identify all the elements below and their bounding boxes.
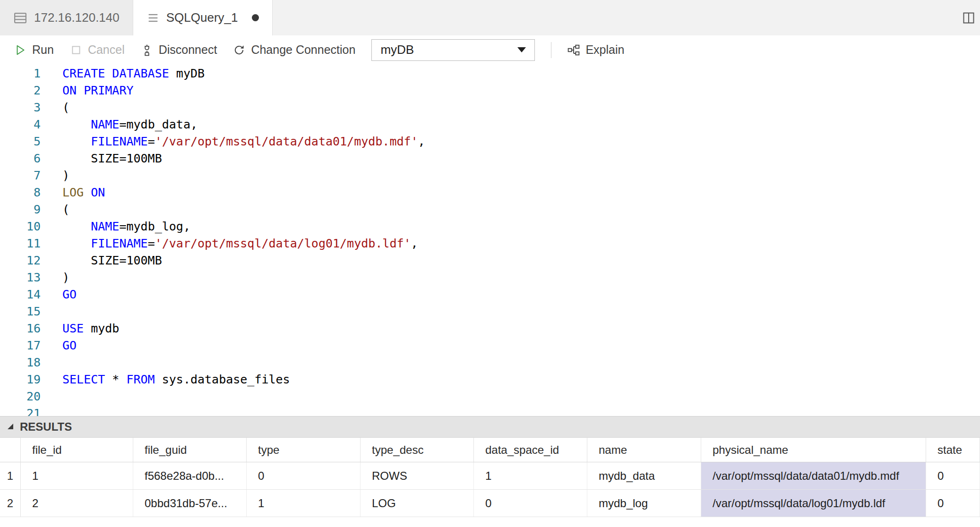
explain-button[interactable]: Explain [567,43,624,57]
code-text: CREATE DATABASE myDB [62,65,205,82]
cell-physical_name[interactable]: /var/opt/mssql/data/log01/mydb.ldf [701,490,926,517]
run-button[interactable]: Run [14,43,54,57]
run-label: Run [32,43,54,57]
code-line[interactable]: 8LOG ON [0,184,980,201]
line-number: 1 [0,65,41,82]
change-connection-button[interactable]: Change Connection [233,43,355,57]
code-text: ON PRIMARY [62,82,134,99]
result-row[interactable]: 11f568e28a-d0b...0ROWS1mydb_data/var/opt… [0,462,980,490]
cell-state[interactable]: 0 [926,490,980,517]
cancel-button: Cancel [70,43,125,57]
cell-data_space_id[interactable]: 0 [474,490,587,517]
results-panel-header[interactable]: RESULTS [0,416,980,437]
sql-editor[interactable]: 1CREATE DATABASE myDB2ON PRIMARY3(4 NAME… [0,64,980,416]
code-line[interactable]: 10 NAME=mydb_log, [0,218,980,235]
line-number: 2 [0,82,41,99]
line-number: 14 [0,286,41,303]
cell-file_id[interactable]: 2 [21,490,133,517]
code-line[interactable]: 7) [0,167,980,184]
code-line[interactable]: 4 NAME=mydb_data, [0,116,980,133]
tab-server-dashboard[interactable]: 172.16.120.140 [0,0,133,35]
cell-data_space_id[interactable]: 1 [474,462,587,489]
line-number: 21 [0,405,41,416]
disconnect-button[interactable]: Disconnect [141,43,217,57]
cell-physical_name[interactable]: /var/opt/mssql/data/data01/mydb.mdf [701,462,926,489]
code-line[interactable]: 19SELECT * FROM sys.database_files [0,371,980,388]
query-file-icon [146,11,160,25]
change-connection-icon [233,44,245,56]
code-line[interactable]: 5 FILENAME='/var/opt/mssql/data/data01/m… [0,133,980,150]
cell-state[interactable]: 0 [926,462,980,489]
column-header-type_desc[interactable]: type_desc [361,438,474,462]
tab-label: SQLQuery_1 [166,10,238,25]
code-line[interactable]: 6 SIZE=100MB [0,150,980,167]
line-number: 9 [0,201,41,218]
cell-type[interactable]: 0 [247,462,361,489]
run-icon [14,44,26,56]
column-header-physical_name[interactable]: physical_name [701,438,926,462]
line-number: 20 [0,388,41,405]
code-line[interactable]: 21 [0,405,980,416]
column-header-file_guid[interactable]: file_guid [133,438,247,462]
code-line[interactable]: 14GO [0,286,980,303]
cell-type_desc[interactable]: LOG [361,490,474,517]
code-text: ) [62,167,69,184]
code-line[interactable]: 12 SIZE=100MB [0,252,980,269]
tab-sqlquery[interactable]: SQLQuery_1 [133,0,273,35]
toolbar-separator [551,42,551,58]
column-header-file_id[interactable]: file_id [21,438,133,462]
code-line[interactable]: 3( [0,99,980,116]
cell-file_guid[interactable]: 0bbd31db-57e... [133,490,247,517]
code-line[interactable]: 20 [0,388,980,405]
code-line[interactable]: 2ON PRIMARY [0,82,980,99]
code-text: ) [62,269,69,286]
code-line[interactable]: 18 [0,354,980,371]
code-text: ( [62,201,69,218]
code-line[interactable]: 9( [0,201,980,218]
code-line[interactable]: 11 FILENAME='/var/opt/mssql/data/log01/m… [0,235,980,252]
cell-file_id[interactable]: 1 [21,462,133,489]
line-number: 18 [0,354,41,371]
cell-name[interactable]: mydb_log [587,490,701,517]
code-text: SIZE=100MB [62,252,162,269]
corner-cell [0,438,21,462]
code-text: GO [62,337,77,354]
cancel-label: Cancel [88,43,125,57]
column-header-type[interactable]: type [247,438,361,462]
cancel-icon [70,44,82,56]
line-number: 8 [0,184,41,201]
collapse-panel-icon[interactable] [8,424,13,429]
server-icon [13,11,27,25]
line-number: 10 [0,218,41,235]
cell-type[interactable]: 1 [247,490,361,517]
line-number: 15 [0,303,41,320]
result-row[interactable]: 220bbd31db-57e...1LOG0mydb_log/var/opt/m… [0,490,980,517]
code-line[interactable]: 15 [0,303,980,320]
code-text: NAME=mydb_data, [62,116,198,133]
row-number[interactable]: 2 [0,490,21,517]
code-text: ( [62,99,69,116]
column-header-state[interactable]: state [926,438,980,462]
code-line[interactable]: 16USE mydb [0,320,980,337]
unsaved-changes-indicator[interactable] [252,14,259,21]
row-number[interactable]: 1 [0,462,21,489]
results-title: RESULTS [20,420,72,434]
split-editor-icon[interactable] [957,0,980,35]
cell-name[interactable]: mydb_data [587,462,701,489]
code-line[interactable]: 13) [0,269,980,286]
column-header-data_space_id[interactable]: data_space_id [474,438,587,462]
query-toolbar: Run Cancel Disconnect [0,35,980,64]
cell-file_guid[interactable]: f568e28a-d0b... [133,462,247,489]
code-text: FILENAME='/var/opt/mssql/data/log01/mydb… [62,235,418,252]
line-number: 13 [0,269,41,286]
cell-type_desc[interactable]: ROWS [361,462,474,489]
chevron-down-icon [517,47,526,52]
disconnect-label: Disconnect [159,43,217,57]
code-text: SELECT * FROM sys.database_files [62,371,290,388]
column-header-name[interactable]: name [587,438,701,462]
code-line[interactable]: 1CREATE DATABASE myDB [0,65,980,82]
database-selector[interactable]: myDB [371,39,535,61]
explain-label: Explain [585,43,624,57]
editor-tab-bar: 172.16.120.140 SQLQuery_1 [0,0,980,35]
code-line[interactable]: 17GO [0,337,980,354]
